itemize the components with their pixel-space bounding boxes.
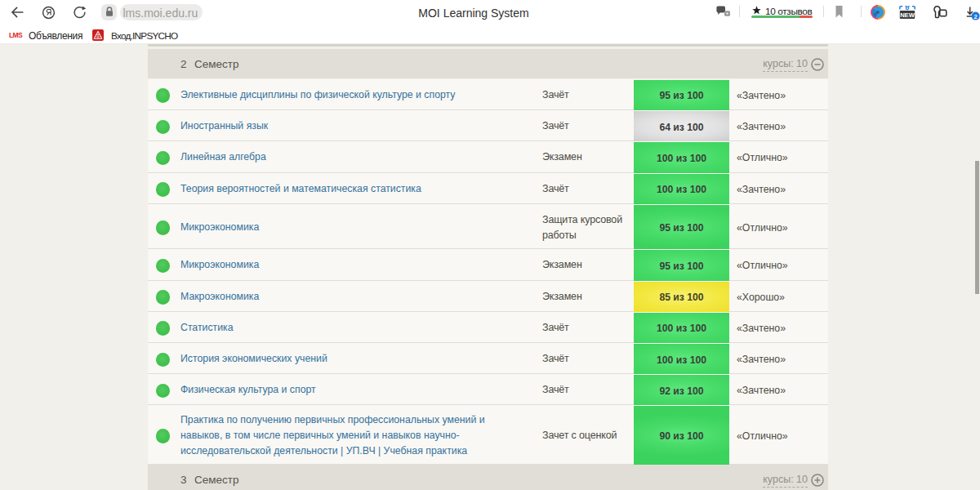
svg-text:NEW: NEW [900, 11, 915, 19]
svg-text:2: 2 [974, 13, 978, 20]
